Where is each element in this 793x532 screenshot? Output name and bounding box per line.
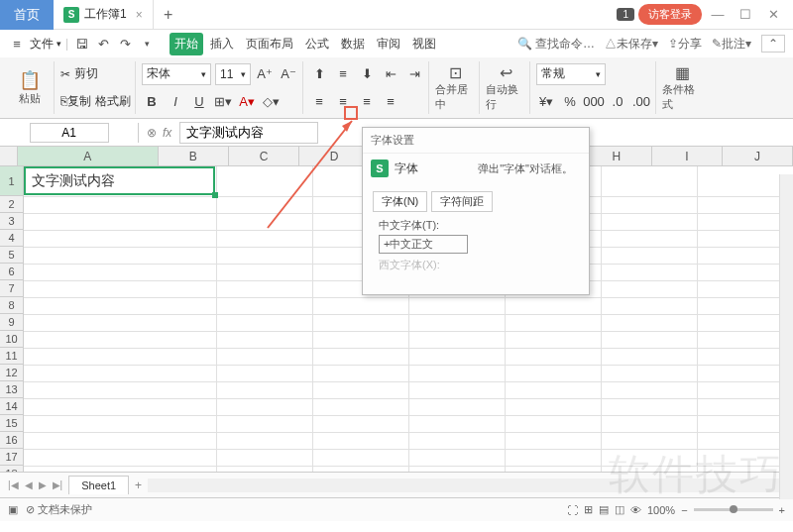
row-header[interactable]: 7 (0, 280, 24, 297)
column-header[interactable]: H (582, 147, 652, 165)
align-left-icon[interactable]: ≡ (309, 92, 329, 112)
row-header[interactable]: 10 (0, 331, 24, 348)
tooltip-tab-font[interactable]: 字体(N) (373, 191, 427, 212)
tab-start[interactable]: 开始 (170, 33, 203, 55)
zoom-out-icon[interactable]: − (681, 504, 687, 516)
percent-icon[interactable]: % (560, 92, 580, 112)
sheet-nav-prev-icon[interactable]: ◀ (25, 479, 33, 490)
sheet-nav-first-icon[interactable]: |◀ (8, 479, 19, 490)
number-format-select[interactable]: 常规▾ (536, 63, 606, 85)
bold-button[interactable]: B (142, 92, 162, 112)
home-tab[interactable]: 首页 (0, 0, 54, 30)
border-button[interactable]: ⊞▾ (213, 92, 233, 112)
align-bottom-icon[interactable]: ⬇ (357, 64, 377, 84)
row-header[interactable]: 12 (0, 365, 24, 381)
increase-font-icon[interactable]: A⁺ (255, 64, 275, 84)
currency-icon[interactable]: ¥▾ (536, 92, 556, 112)
sheet-nav-last-icon[interactable]: ▶| (53, 479, 63, 490)
status-icon[interactable]: ▣ (8, 503, 18, 516)
row-header[interactable]: 16 (0, 432, 24, 449)
wrap-text-button[interactable]: ↩ 自动换行 (486, 61, 525, 114)
view-split-icon[interactable]: ◫ (615, 503, 624, 516)
underline-button[interactable]: U (189, 92, 209, 112)
sheet-nav-next-icon[interactable]: ▶ (39, 479, 47, 490)
column-header[interactable]: B (159, 147, 229, 165)
doc-protect-status[interactable]: ⊘ 文档未保护 (26, 502, 92, 517)
format-painter-button[interactable]: 格式刷 (95, 93, 131, 110)
file-menu[interactable]: 文件▾ (30, 36, 61, 53)
merge-center-button[interactable]: ⊡ 合并居中 (435, 61, 475, 114)
row-header[interactable]: 3 (0, 213, 24, 230)
save-icon[interactable]: 🖫 (72, 35, 90, 53)
row-header[interactable]: 5 (0, 247, 24, 264)
close-icon[interactable]: ✕ (761, 3, 785, 27)
tab-data[interactable]: 数据 (336, 33, 370, 55)
column-header[interactable]: C (229, 147, 299, 165)
name-box-input[interactable] (30, 123, 109, 143)
horizontal-scrollbar[interactable] (148, 479, 785, 492)
cancel-fx-icon[interactable]: ⊗ (147, 126, 157, 140)
align-middle-icon[interactable]: ≡ (333, 64, 353, 84)
tab-formula[interactable]: 公式 (300, 33, 334, 55)
tooltip-tab-spacing[interactable]: 字符间距 (431, 191, 493, 212)
row-header[interactable]: 9 (0, 314, 24, 331)
align-top-icon[interactable]: ⬆ (309, 64, 329, 84)
font-size-select[interactable]: 11▾ (215, 63, 251, 85)
column-header[interactable]: J (723, 147, 793, 165)
row-header[interactable]: 6 (0, 264, 24, 280)
search-command[interactable]: 🔍 查找命令… (517, 36, 595, 53)
close-tab-icon[interactable]: × (136, 8, 143, 22)
row-header[interactable]: 8 (0, 297, 24, 314)
fullscreen-icon[interactable]: ⛶ (567, 504, 578, 516)
copy-button[interactable]: ⎘复制 (60, 93, 91, 110)
tab-layout[interactable]: 页面布局 (241, 33, 298, 55)
tab-review[interactable]: 审阅 (372, 33, 405, 55)
undo-icon[interactable]: ↶ (94, 35, 112, 53)
indent-left-icon[interactable]: ⇤ (381, 64, 400, 84)
paste-button[interactable]: 📋 粘贴 (10, 61, 50, 114)
menu-icon[interactable]: ≡ (8, 35, 26, 53)
view-normal-icon[interactable]: ⊞ (584, 503, 593, 516)
collapse-ribbon-icon[interactable]: ⌃ (761, 35, 785, 53)
row-header[interactable]: 2 (0, 196, 24, 213)
document-tab[interactable]: S 工作簿1 × (54, 0, 154, 30)
align-center-icon[interactable]: ≡ (333, 92, 353, 112)
column-header[interactable]: D (299, 147, 370, 165)
share-button[interactable]: ⇪分享 (668, 36, 702, 53)
add-sheet-button[interactable]: + (135, 479, 142, 492)
indent-right-icon[interactable]: ⇥ (404, 64, 424, 84)
tab-view[interactable]: 视图 (407, 33, 441, 55)
cut-button[interactable]: ✂剪切 (60, 61, 131, 86)
zoom-in-icon[interactable]: + (779, 504, 785, 516)
decrease-font-icon[interactable]: A⁻ (279, 64, 298, 84)
comma-icon[interactable]: 000 (584, 92, 604, 112)
quickaccess-dropdown-icon[interactable]: ▾ (138, 35, 156, 53)
fx-icon[interactable]: fx (163, 126, 171, 140)
decimal-dec-icon[interactable]: .00 (631, 92, 651, 112)
align-right-icon[interactable]: ≡ (357, 92, 377, 112)
font-color-icon[interactable]: A▾ (237, 92, 257, 112)
row-header[interactable]: 1 (0, 166, 24, 196)
justify-icon[interactable]: ≡ (381, 92, 400, 112)
row-header[interactable]: 11 (0, 348, 24, 365)
comment-button[interactable]: ✎批注▾ (712, 36, 751, 53)
row-header[interactable]: 17 (0, 449, 24, 466)
conditional-format-button[interactable]: ▦ 条件格式 (662, 61, 702, 114)
row-header[interactable]: 14 (0, 398, 24, 415)
row-header[interactable]: 18 (0, 466, 24, 472)
row-header[interactable]: 15 (0, 415, 24, 432)
read-mode-icon[interactable]: 👁 (630, 504, 641, 516)
decimal-inc-icon[interactable]: .0 (608, 92, 627, 112)
cell-a1[interactable]: 文字测试内容 (24, 166, 215, 195)
login-button[interactable]: 访客登录 (638, 4, 702, 25)
fill-color-icon[interactable]: ◇▾ (261, 92, 281, 112)
row-header[interactable]: 13 (0, 381, 24, 398)
notification-badge[interactable]: 1 (617, 8, 634, 21)
column-header[interactable]: A (18, 147, 159, 165)
add-tab-button[interactable]: + (154, 6, 183, 24)
tooltip-cn-font-value[interactable]: +中文正文 (379, 235, 468, 254)
zoom-value[interactable]: 100% (647, 504, 675, 516)
unsaved-status[interactable]: △未保存▾ (605, 36, 658, 53)
formula-input[interactable] (179, 122, 318, 144)
redo-icon[interactable]: ↷ (116, 35, 134, 53)
